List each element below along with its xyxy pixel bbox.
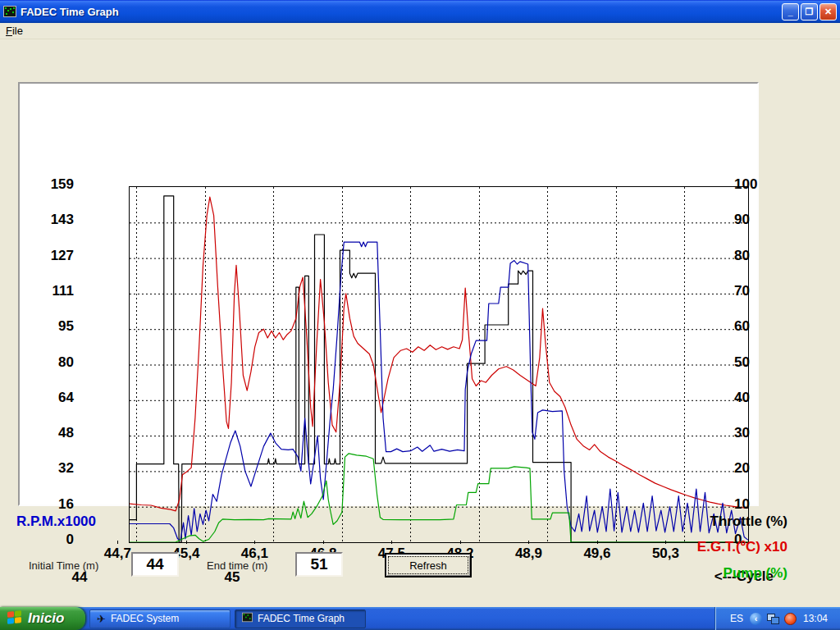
left-axis-label: 95 [23, 319, 74, 334]
legend-egt: E.G.T.(ºC) x10 [697, 539, 788, 555]
left-axis-label: 143 [23, 212, 74, 227]
left-axis-label: 159 [23, 177, 74, 192]
series-pump- [130, 454, 748, 542]
task-button-fadec-time-graph[interactable]: FADEC Time Graph [235, 609, 366, 628]
right-axis-label: 70 [734, 284, 767, 299]
hide-icons-chevron-icon[interactable]: ‹ [750, 613, 762, 625]
x-axis-tick-label: 50,3 [647, 546, 683, 562]
right-axis-label: 80 [734, 249, 767, 263]
start-label: Inicio [28, 610, 64, 627]
close-button[interactable]: ✕ [819, 3, 837, 21]
left-axis-label: 64 [23, 390, 74, 405]
x-tick-mark [597, 541, 598, 544]
right-axis-label: 60 [734, 319, 767, 334]
x-minor-label-45: 45 [220, 569, 244, 586]
language-indicator[interactable]: ES [730, 613, 743, 624]
title-bar: FADEC Time Graph _ ❐ ✕ [0, 0, 840, 23]
left-axis-label: 111 [23, 284, 74, 299]
left-axis-label: 80 [23, 355, 74, 370]
left-axis-label: 127 [23, 249, 74, 263]
right-axis-label: 90 [734, 212, 767, 227]
antivirus-icon[interactable] [784, 613, 797, 625]
initial-time-label: Initial Time (m) [29, 559, 98, 572]
x-minor-label-44: 44 [67, 569, 92, 586]
x-tick-mark [528, 541, 529, 544]
menu-bar: File [0, 23, 840, 39]
x-tick-mark [254, 541, 255, 544]
left-axis-label: 0 [23, 532, 74, 547]
legend-throttle: Throttle (%) [710, 514, 788, 530]
x-axis-tick-label: 49,6 [579, 546, 615, 562]
right-axis-label: 50 [734, 355, 767, 370]
refresh-button[interactable]: Refresh [385, 553, 472, 578]
task-button-fadec-system[interactable]: ✈ FADEC System [89, 609, 231, 628]
right-axis-label: 10 [734, 497, 767, 512]
left-axis-label: 16 [23, 497, 74, 512]
network-icon[interactable] [767, 613, 779, 625]
right-axis-label: 40 [734, 390, 767, 405]
system-tray: ES ‹ 13:04 [715, 607, 840, 630]
start-button[interactable]: Inicio [0, 607, 85, 630]
right-axis-label: 20 [734, 461, 767, 476]
clock: 13:04 [803, 613, 828, 624]
x-tick-mark [391, 541, 392, 544]
left-axis-label: 32 [23, 461, 74, 476]
app-icon [3, 5, 16, 18]
x-tick-mark [460, 541, 461, 544]
x-tick-mark [665, 541, 666, 544]
menu-item-file[interactable]: File [0, 23, 29, 39]
chart-panel: 1591431271119580644832160 10090807060504… [18, 82, 759, 506]
right-axis-label: 100 [734, 177, 767, 192]
plot-svg [130, 187, 748, 542]
x-tick-mark [323, 541, 324, 544]
airplane-icon: ✈ [97, 613, 106, 625]
end-time-input[interactable] [295, 552, 343, 577]
initial-time-input[interactable] [131, 552, 179, 577]
window-title: FADEC Time Graph [21, 6, 780, 18]
restore-button[interactable]: ❐ [801, 3, 818, 21]
end-time-label: End time (m) [207, 559, 267, 572]
x-tick-mark [117, 541, 118, 544]
x-axis-tick-label: 48,9 [510, 546, 546, 562]
right-axis-label: 30 [734, 426, 767, 441]
minimize-button[interactable]: _ [782, 3, 799, 21]
taskbar: Inicio ✈ FADEC System FADEC Time Graph E… [0, 607, 840, 630]
legend-pump: Pump (%) [724, 565, 788, 582]
graph-icon [242, 612, 253, 625]
x-axis-tick-label: 44,7 [99, 546, 135, 562]
windows-flag-icon [7, 609, 23, 628]
series-r-p-m-x1000 [130, 242, 748, 541]
plot-area [129, 186, 749, 543]
legend-rpm: R.P.M.x1000 [16, 514, 96, 530]
x-tick-mark [186, 541, 187, 544]
left-axis-label: 48 [23, 426, 74, 441]
